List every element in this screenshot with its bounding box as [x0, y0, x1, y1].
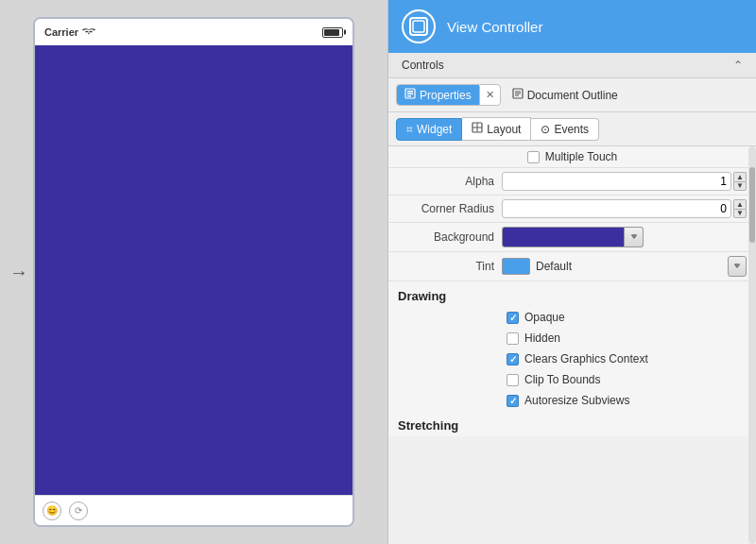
alpha-label: Alpha: [398, 175, 502, 188]
corner-radius-input[interactable]: [502, 199, 731, 218]
tabs-row: Properties ✕ Document Outline: [388, 78, 756, 112]
doc-outline-label: Document Outline: [527, 89, 618, 102]
refresh-icon: ⟳: [69, 502, 88, 520]
autoresize-subviews-checkbox[interactable]: [507, 395, 519, 407]
status-right: [322, 27, 343, 38]
hidden-checkbox[interactable]: [507, 332, 519, 345]
tint-color-swatch: [502, 258, 530, 275]
events-icon: ⊙: [541, 123, 550, 136]
background-row: Background: [388, 223, 756, 252]
clip-to-bounds-checkbox[interactable]: [507, 374, 519, 386]
tint-inner: Default: [502, 256, 747, 277]
opaque-row: Opaque: [388, 307, 756, 328]
multiple-touch-checkbox[interactable]: [527, 151, 540, 163]
vc-icon: [402, 9, 436, 43]
clip-to-bounds-row: Clip To Bounds: [388, 369, 756, 390]
svg-rect-4: [407, 94, 413, 95]
alpha-input[interactable]: [502, 172, 731, 191]
properties-icon: [404, 88, 416, 102]
stretching-section-title: Stretching: [398, 418, 458, 433]
opaque-checkbox[interactable]: [507, 312, 519, 324]
battery-icon: [322, 27, 343, 38]
view-content: [35, 45, 352, 495]
hidden-label: Hidden: [524, 332, 560, 345]
inspector-panel: View Controller Controls ⌃ Properties ✕: [387, 0, 756, 544]
properties-tab-label: Properties: [420, 89, 472, 102]
widget-icon: ⌗: [406, 123, 413, 136]
doc-outline-icon: [512, 88, 524, 102]
background-value: [502, 227, 747, 247]
alpha-stepper-down[interactable]: ▼: [733, 181, 747, 191]
events-label: Events: [554, 123, 589, 136]
clip-to-bounds-label: Clip To Bounds: [524, 373, 601, 386]
tint-row: Tint Default: [388, 252, 756, 281]
subtabs-row: ⌗ Widget Layout ⊙ Events: [388, 112, 756, 146]
scrollbar-thumb[interactable]: [749, 167, 755, 243]
autoresize-subviews-label: Autoresize Subviews: [524, 394, 629, 407]
widget-label: Widget: [417, 123, 452, 136]
inspector-content: Multiple Touch Alpha ▲ ▼ Corner R: [388, 146, 756, 436]
vc-title: View Controller: [447, 19, 542, 35]
alpha-row: Alpha ▲ ▼: [388, 168, 756, 196]
clears-graphics-context-label: Clears Graphics Context: [524, 352, 648, 366]
phone-bottom-bar: 😊 ⟳: [35, 495, 352, 525]
svg-rect-1: [413, 21, 424, 32]
alpha-stepper: ▲ ▼: [733, 172, 747, 191]
corner-radius-value: ▲ ▼: [502, 199, 747, 218]
corner-radius-label: Corner Radius: [398, 202, 502, 215]
alpha-value: ▲ ▼: [502, 172, 747, 191]
properties-tab[interactable]: Properties: [397, 85, 479, 105]
opaque-label: Opaque: [524, 311, 565, 324]
phone-frame: Carrier 😊 ⟳: [33, 17, 354, 527]
svg-rect-5: [407, 95, 411, 97]
tint-dropdown[interactable]: [728, 256, 747, 277]
corner-radius-input-group: ▲ ▼: [502, 199, 747, 218]
controls-bar: Controls ⌃: [388, 53, 756, 78]
autoresize-subviews-row: Autoresize Subviews: [388, 390, 756, 411]
clears-graphics-context-row: Clears Graphics Context: [388, 348, 756, 369]
svg-rect-3: [407, 91, 413, 93]
hidden-row: Hidden: [388, 328, 756, 348]
inspector-scroll: Multiple Touch Alpha ▲ ▼ Corner R: [388, 146, 756, 544]
clears-graphics-context-checkbox[interactable]: [507, 353, 519, 366]
vc-header: View Controller: [388, 0, 756, 53]
events-tab[interactable]: ⊙ Events: [531, 118, 599, 141]
corner-radius-row: Corner Radius ▲ ▼: [388, 196, 756, 223]
status-bar: Carrier: [35, 19, 352, 45]
stretching-section-header: Stretching: [388, 411, 756, 436]
tint-value: Default: [502, 256, 747, 277]
background-color-dropdown[interactable]: [625, 227, 644, 247]
background-color-swatch[interactable]: [502, 227, 625, 247]
wifi-icon: [82, 26, 95, 38]
layout-icon: [472, 122, 483, 136]
tab-close-button[interactable]: ✕: [480, 86, 500, 104]
doc-outline-tab[interactable]: Document Outline: [505, 85, 626, 105]
alpha-stepper-up[interactable]: ▲: [733, 172, 747, 181]
drawing-section-header: Drawing: [388, 281, 756, 307]
carrier-label: Carrier: [44, 26, 78, 38]
controls-label: Controls: [402, 59, 444, 72]
simulator-panel: → Carrier 😊: [0, 0, 387, 544]
drawing-section-title: Drawing: [398, 289, 446, 303]
alpha-input-group: ▲ ▼: [502, 172, 747, 191]
tint-label: Tint: [398, 260, 502, 273]
corner-radius-stepper-down[interactable]: ▼: [733, 209, 747, 218]
multiple-touch-label: Multiple Touch: [545, 150, 618, 163]
layout-tab[interactable]: Layout: [462, 117, 531, 141]
corner-radius-stepper: ▲ ▼: [733, 199, 747, 218]
emoji-icon: 😊: [43, 502, 61, 520]
corner-radius-stepper-up[interactable]: ▲: [733, 199, 747, 209]
scrollbar-track: [748, 146, 756, 544]
chevron-up-icon[interactable]: ⌃: [733, 59, 743, 72]
properties-tab-group: Properties ✕: [396, 84, 501, 106]
background-label: Background: [398, 230, 502, 244]
widget-tab[interactable]: ⌗ Widget: [396, 118, 462, 141]
arrow-icon: →: [9, 262, 28, 283]
layout-label: Layout: [487, 123, 521, 136]
status-left: Carrier: [44, 26, 95, 38]
tint-text: Default: [536, 260, 728, 273]
multiple-touch-row: Multiple Touch: [388, 146, 756, 168]
